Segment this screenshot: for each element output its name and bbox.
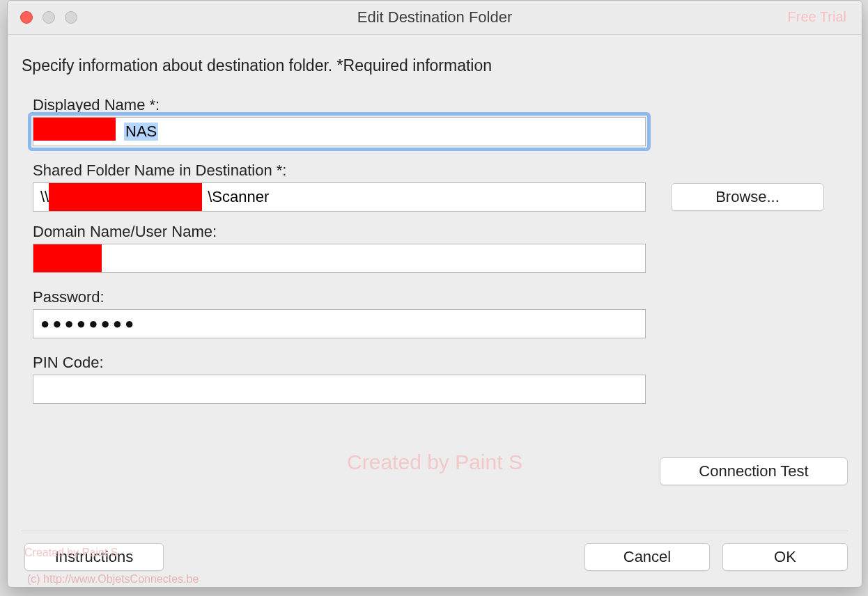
zoom-window-button[interactable]	[65, 11, 77, 24]
displayed-name-value: NAS	[124, 123, 158, 141]
password-label: Password:	[33, 288, 848, 306]
window-controls	[20, 11, 77, 24]
shared-folder-row: Shared Folder Name in Destination *: \\ …	[33, 162, 848, 212]
ok-button[interactable]: OK	[722, 543, 848, 571]
displayed-name-label: Displayed Name *:	[33, 96, 848, 114]
dialog-window: Edit Destination Folder Free Trial Speci…	[7, 0, 862, 588]
pin-input[interactable]	[33, 375, 646, 404]
domain-user-row: Domain Name/User Name:	[33, 223, 848, 273]
password-input[interactable]: ●●●●●●●●	[33, 309, 646, 338]
free-trial-badge: Free Trial	[788, 9, 846, 25]
instructions-button[interactable]: Instructions	[24, 543, 164, 571]
copyright-watermark: (c) http://www.ObjetsConnectes.be	[27, 573, 199, 586]
domain-user-label: Domain Name/User Name:	[33, 223, 848, 241]
dialog-content: Specify information about destination fo…	[22, 42, 848, 587]
shared-folder-label: Shared Folder Name in Destination *:	[33, 162, 848, 180]
footer-separator	[22, 531, 848, 531]
pin-row: PIN Code:	[33, 354, 848, 404]
shared-folder-suffix: \Scanner	[208, 188, 269, 206]
displayed-name-input[interactable]: NAS	[33, 117, 646, 146]
domain-user-input[interactable]	[33, 244, 646, 273]
password-row: Password: ●●●●●●●●	[33, 288, 848, 338]
browse-button[interactable]: Browse...	[671, 183, 824, 211]
dialog-subtitle: Specify information about destination fo…	[22, 56, 848, 75]
shared-folder-input[interactable]: \\ \Scanner	[33, 182, 646, 212]
close-window-button[interactable]	[20, 11, 33, 24]
connection-test-row: Connection Test	[660, 457, 848, 485]
minimize-window-button[interactable]	[42, 11, 55, 24]
connection-test-button[interactable]: Connection Test	[660, 457, 848, 485]
password-value: ●●●●●●●●	[40, 315, 137, 333]
cancel-button[interactable]: Cancel	[584, 543, 710, 571]
titlebar: Edit Destination Folder Free Trial	[8, 1, 862, 35]
redaction-block	[49, 183, 202, 211]
displayed-name-row: Displayed Name *: NAS	[33, 96, 848, 146]
redaction-block	[33, 244, 102, 272]
pin-label: PIN Code:	[33, 354, 848, 372]
redaction-block	[33, 117, 116, 141]
shared-folder-prefix: \\	[40, 188, 49, 206]
dialog-title: Edit Destination Folder	[8, 8, 862, 26]
dialog-footer: Instructions Cancel OK	[22, 540, 848, 574]
